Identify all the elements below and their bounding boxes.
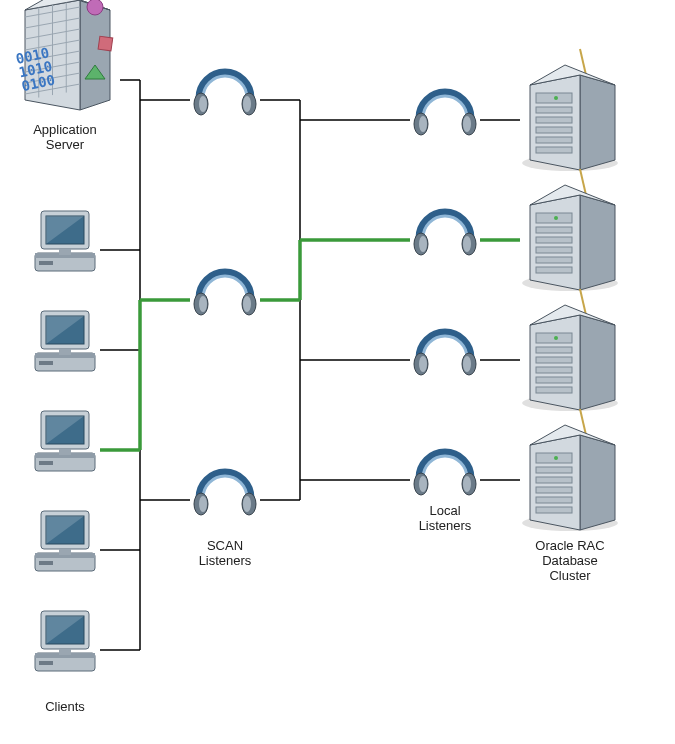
svg-point-85 <box>199 496 207 512</box>
rac-cluster-label: Oracle RAC Database Cluster <box>500 539 640 584</box>
svg-rect-117 <box>536 247 572 253</box>
svg-rect-74 <box>59 649 71 655</box>
scan-listener-2 <box>194 272 256 315</box>
client-pc-5 <box>35 611 95 671</box>
svg-point-93 <box>419 236 427 252</box>
svg-rect-119 <box>536 267 572 273</box>
svg-rect-53 <box>39 361 53 365</box>
local-listener-4 <box>414 452 476 495</box>
rac-node-2 <box>522 169 618 291</box>
rac-node-1 <box>522 49 618 171</box>
svg-rect-62 <box>59 449 71 455</box>
client-pc-2 <box>35 311 95 371</box>
svg-rect-127 <box>536 377 572 383</box>
svg-point-98 <box>463 356 471 372</box>
svg-rect-41 <box>98 36 113 51</box>
svg-rect-108 <box>536 127 572 133</box>
svg-point-129 <box>554 336 558 340</box>
app-server-icon: 001010100100 <box>14 0 112 110</box>
svg-rect-124 <box>536 347 572 353</box>
local-listeners-label: Local Listeners <box>390 504 500 534</box>
svg-rect-56 <box>59 349 71 355</box>
svg-rect-71 <box>39 661 53 665</box>
local-listener-3 <box>414 332 476 375</box>
svg-rect-106 <box>536 107 572 113</box>
svg-rect-65 <box>39 561 53 565</box>
svg-rect-134 <box>536 477 572 483</box>
scan-listener-3 <box>194 472 256 515</box>
svg-point-120 <box>554 216 558 220</box>
svg-rect-110 <box>536 147 572 153</box>
svg-rect-126 <box>536 367 572 373</box>
rac-node-3 <box>522 289 618 411</box>
svg-point-82 <box>243 296 251 312</box>
svg-point-102 <box>463 476 471 492</box>
svg-point-138 <box>554 456 558 460</box>
svg-rect-47 <box>39 261 53 265</box>
client-pc-4 <box>35 511 95 571</box>
scan-listeners-label: SCAN Listeners <box>175 539 275 569</box>
svg-rect-137 <box>536 507 572 513</box>
app-server-label: Application Server <box>10 123 120 153</box>
svg-point-94 <box>463 236 471 252</box>
svg-point-40 <box>87 0 103 15</box>
svg-rect-135 <box>536 487 572 493</box>
svg-point-86 <box>243 496 251 512</box>
svg-point-90 <box>463 116 471 132</box>
svg-point-97 <box>419 356 427 372</box>
svg-rect-68 <box>59 549 71 555</box>
client-pc-1 <box>35 211 95 271</box>
svg-rect-109 <box>536 137 572 143</box>
svg-rect-115 <box>536 227 572 233</box>
rac-node-4 <box>522 409 618 531</box>
svg-rect-136 <box>536 497 572 503</box>
scan-listener-1 <box>194 72 256 115</box>
local-listener-2 <box>414 212 476 255</box>
svg-rect-50 <box>59 249 71 255</box>
svg-point-81 <box>199 296 207 312</box>
svg-rect-125 <box>536 357 572 363</box>
svg-rect-107 <box>536 117 572 123</box>
client-pc-3 <box>35 411 95 471</box>
svg-point-77 <box>199 96 207 112</box>
local-listener-1 <box>414 92 476 135</box>
svg-point-89 <box>419 116 427 132</box>
svg-rect-133 <box>536 467 572 473</box>
clients-label: Clients <box>20 700 110 715</box>
svg-rect-116 <box>536 237 572 243</box>
svg-rect-118 <box>536 257 572 263</box>
svg-point-111 <box>554 96 558 100</box>
svg-rect-128 <box>536 387 572 393</box>
svg-point-101 <box>419 476 427 492</box>
svg-point-78 <box>243 96 251 112</box>
svg-rect-59 <box>39 461 53 465</box>
